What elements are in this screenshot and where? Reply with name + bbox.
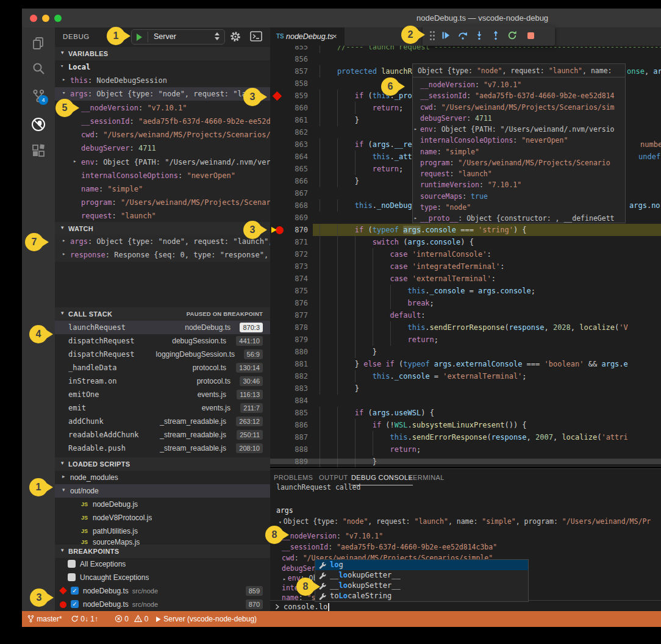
expand-twisty-icon[interactable]: ▸ — [62, 237, 65, 243]
section-header-watch[interactable]: ▾WATCH — [55, 222, 270, 235]
loaded-script-row[interactable]: JSnodeV8Protocol.js — [55, 511, 270, 524]
git-branch-item[interactable]: master* — [27, 611, 62, 627]
minimize-window-button[interactable] — [42, 15, 49, 22]
call-stack-frame[interactable]: addChunk263:12_stream_readable.js — [55, 415, 270, 428]
call-stack-frame[interactable]: dispatchRequest56:9loggingDebugSession.t… — [55, 348, 270, 361]
step-out-icon[interactable] — [491, 30, 501, 40]
call-stack-frame[interactable]: inStream.on30:46protocol.ts — [55, 374, 270, 388]
restart-icon[interactable] — [507, 30, 517, 40]
close-icon[interactable]: × — [332, 27, 337, 46]
debug-icon[interactable] — [31, 117, 46, 132]
tree-row[interactable]: ▸this: NodeDebugSession — [55, 74, 270, 87]
step-over-icon[interactable] — [458, 30, 468, 40]
call-stack-frame[interactable]: launchRequest870:3nodeDebug.ts — [55, 321, 270, 334]
tree-row[interactable]: __sessionId: "aeda75fb-637d-4660-9b2e-ee… — [55, 115, 270, 128]
tree-row[interactable]: name: "simple" — [55, 182, 270, 196]
exception-breakpoint-row[interactable]: Uncaught Exceptions — [55, 571, 270, 584]
hover-row[interactable]: ▸__proto__: Object {constructor: , __def… — [413, 213, 625, 223]
console-row[interactable]: ▾Object {type: "node", request: "launch"… — [279, 516, 651, 527]
tree-row[interactable]: debugServer: 4711 — [55, 141, 270, 155]
stop-icon[interactable] — [527, 32, 534, 39]
suggest-item[interactable]: toLocaleString — [315, 591, 528, 601]
indent-guide — [337, 224, 355, 236]
twisty-icon[interactable]: ▾ — [279, 520, 282, 525]
twisty-icon[interactable]: ▸ — [283, 576, 286, 582]
start-debug-icon[interactable] — [137, 34, 142, 41]
frame-file: protocol.ts — [193, 361, 226, 374]
step-into-icon[interactable] — [474, 30, 484, 40]
search-icon[interactable] — [31, 61, 46, 76]
call-stack-frame[interactable]: readableAddChunk250:11_stream_readable.j… — [55, 428, 270, 442]
text-fragment: cwd — [81, 131, 95, 139]
loaded-script-row[interactable]: JSsourceMaps.js — [55, 535, 270, 549]
suggest-item[interactable]: __lookupGetter__ — [315, 570, 528, 581]
expand-twisty-icon[interactable]: ▸ — [73, 158, 76, 164]
tree-row[interactable]: cwd: "/Users/weinand/MS/Projects/Scenari… — [55, 128, 270, 141]
tree-row[interactable]: ▸env: Object {PATH: "/Users/weinand/.nvm… — [55, 156, 270, 169]
section-header-loaded-scripts[interactable]: ▾LOADED SCRIPTS — [55, 457, 270, 471]
tree-row[interactable]: internalConsoleOptions: "neverOpen" — [55, 169, 270, 182]
sync-item[interactable]: 0↓ 1↑ — [71, 611, 98, 627]
call-stack-frame[interactable]: Readable.push208:10_stream_readable.js — [55, 442, 270, 455]
hover-row[interactable]: ▸env: Object {PATH: "/Users/weinand/.nvm… — [413, 124, 625, 135]
launch-config-dropdown[interactable]: Server — [131, 29, 225, 45]
gear-icon[interactable] — [229, 30, 241, 43]
tree-row[interactable]: ▸response: Response {seq: 0, type: "resp… — [55, 248, 270, 262]
tree-row[interactable]: request: "launch" — [55, 209, 270, 223]
call-stack-frame[interactable]: emitOne116:13events.js — [55, 388, 270, 401]
debug-target-item[interactable]: Server (vscode-node-debug) — [155, 611, 257, 627]
extensions-icon[interactable] — [31, 144, 46, 159]
horizontal-scrollbar[interactable] — [270, 459, 661, 464]
expand-twisty-icon[interactable]: ▸ — [62, 473, 65, 479]
explorer-icon[interactable] — [31, 36, 46, 51]
gutter-breakpoint-diamond-icon[interactable] — [273, 91, 282, 101]
collapse-twisty-icon[interactable]: ▾ — [60, 63, 63, 69]
checkbox[interactable] — [68, 573, 76, 581]
checkbox[interactable]: ✓ — [71, 587, 79, 595]
checkbox[interactable] — [68, 560, 76, 568]
tree-row[interactable]: program: "/Users/weinand/MS/Projects/Sce… — [55, 196, 270, 209]
call-stack-frame[interactable]: dispatchRequest441:10debugSession.ts — [55, 334, 270, 348]
tab-nodedebug-ts[interactable]: TS nodeDebug.ts × — [270, 27, 345, 46]
expand-twisty-icon[interactable]: ▸ — [62, 76, 65, 82]
tree-row[interactable]: __nodeVersion: "v7.10.1" — [55, 101, 270, 115]
panel-tab-terminal[interactable]: TERMINAL — [409, 470, 445, 485]
indent-guide — [337, 297, 355, 309]
call-stack-frame[interactable]: _handleData130:14protocol.ts — [55, 361, 270, 374]
problems-item[interactable]: 0 0 — [115, 611, 148, 627]
text-fragment: if — [355, 91, 363, 100]
expand-twisty-icon[interactable]: ▸ — [414, 124, 417, 135]
collapse-twisty-icon[interactable]: ▾ — [62, 487, 65, 493]
collapse-twisty-icon[interactable]: ▾ — [61, 460, 64, 466]
collapse-twisty-icon[interactable]: ▾ — [61, 224, 64, 231]
call-stack-frame[interactable]: emit211:7events.js — [55, 401, 270, 415]
text-fragment: no — [651, 201, 660, 210]
loaded-script-row[interactable]: JSnodeDebug.js — [55, 498, 270, 511]
suggest-item[interactable]: log — [315, 560, 528, 570]
tree-row[interactable]: ▾args: Object {type: "node", request: "l… — [55, 87, 270, 101]
section-header-call-stack[interactable]: ▾CALL STACKPAUSED ON BREAKPOINT — [55, 307, 270, 321]
section-header-variables[interactable]: ▾VARIABLES — [55, 47, 270, 60]
expand-twisty-icon[interactable]: ▸ — [414, 213, 417, 223]
loaded-script-row[interactable]: ▾out/node — [55, 484, 270, 498]
collapse-twisty-icon[interactable]: ▾ — [62, 90, 65, 96]
paused-on-breakpoint-badge: PAUSED ON BREAKPOINT — [187, 307, 263, 321]
loaded-script-row[interactable]: ▸node_modules — [55, 471, 270, 484]
close-window-button[interactable] — [30, 15, 37, 22]
hover-row: type: "node" — [413, 202, 625, 213]
expand-twisty-icon[interactable]: ▸ — [62, 251, 65, 257]
collapse-twisty-icon[interactable]: ▾ — [61, 310, 64, 316]
maximize-window-button[interactable] — [54, 15, 62, 22]
drag-grip[interactable] — [430, 31, 435, 40]
breakpoint-row[interactable]: ✓nodeDebug.ts src/node859 — [55, 584, 270, 598]
suggest-item[interactable]: __lookupSetter__ — [315, 581, 528, 591]
exception-breakpoint-row[interactable]: All Exceptions — [55, 557, 270, 571]
tree-row[interactable]: ▸args: Object {type: "node", request: "l… — [55, 235, 270, 248]
console-input-text[interactable]: console.lo — [284, 601, 329, 612]
checkbox[interactable]: ✓ — [71, 600, 79, 608]
debug-console-icon[interactable] — [250, 31, 262, 42]
collapse-twisty-icon[interactable]: ▾ — [61, 49, 64, 55]
breakpoint-row[interactable]: ✓nodeDebug.ts src/node870 — [55, 598, 270, 611]
continue-icon[interactable] — [441, 30, 451, 40]
tree-row[interactable]: ▾Local — [55, 60, 270, 74]
